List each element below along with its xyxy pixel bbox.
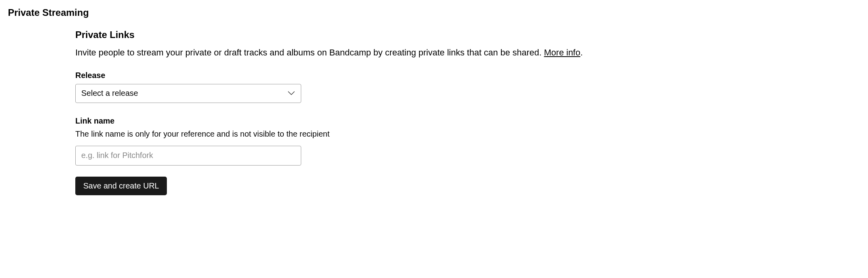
description-trailing: . — [580, 48, 583, 57]
release-label: Release — [75, 71, 630, 80]
form-content: Private Links Invite people to stream yo… — [75, 29, 630, 195]
link-name-input[interactable] — [75, 146, 301, 166]
link-name-label: Link name — [75, 116, 630, 126]
save-create-url-button[interactable]: Save and create URL — [75, 177, 167, 195]
release-select[interactable]: Select a release — [75, 84, 301, 103]
description-text: Invite people to stream your private or … — [75, 48, 544, 57]
link-name-help: The link name is only for your reference… — [75, 129, 630, 139]
section-description: Invite people to stream your private or … — [75, 47, 630, 59]
release-selected-value: Select a release — [81, 89, 138, 98]
more-info-link[interactable]: More info — [544, 48, 581, 57]
section-heading: Private Links — [75, 29, 630, 40]
release-select-wrapper: Select a release — [75, 84, 301, 103]
page-title: Private Streaming — [8, 7, 860, 18]
